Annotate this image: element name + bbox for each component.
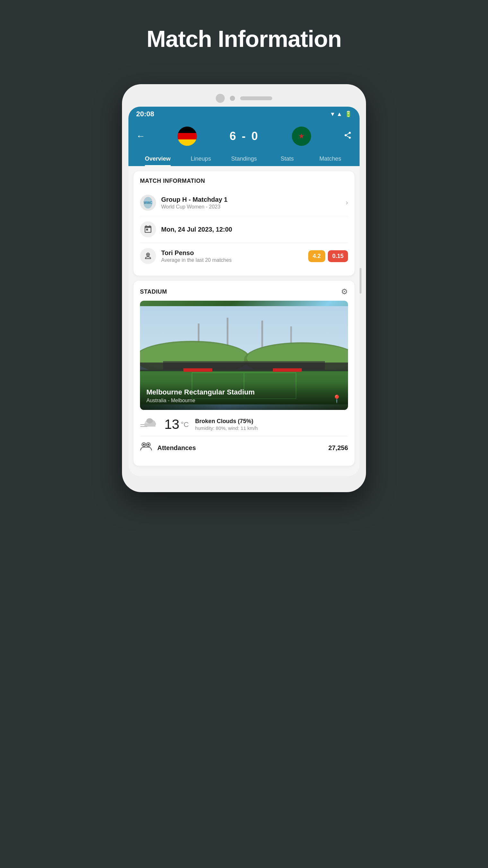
team-flag-morocco <box>292 127 311 146</box>
stadium-location: Australia - Melbourne <box>147 398 341 403</box>
stadium-name: Melbourne Rectangular Stadium <box>147 388 341 396</box>
temp-unit: °C <box>181 420 189 428</box>
svg-text:WWC: WWC <box>144 201 152 205</box>
referee-badges: 4.2 0.15 <box>308 250 348 262</box>
phone-screen: 20:08 ▾ ▲ 🔋 ← 6 - 0 <box>128 107 360 476</box>
wifi-icon: ▾ <box>331 111 334 118</box>
attendance-value: 27,256 <box>328 444 348 452</box>
attendance-label: Attendances <box>157 444 323 452</box>
status-bar: 20:08 ▾ ▲ 🔋 <box>128 107 360 121</box>
stadium-card: STADIUM ⚙ <box>134 281 354 466</box>
stadium-image: Melbourne Rectangular Stadium Australia … <box>140 301 348 410</box>
svg-point-27 <box>147 418 153 424</box>
phone-top-hardware <box>128 94 360 103</box>
sensor-dot <box>230 96 235 101</box>
svg-rect-18 <box>140 363 348 371</box>
speaker-bar <box>240 96 272 100</box>
page-title: Match Information <box>147 26 341 52</box>
weather-row: 13 °C Broken Clouds (75%) humidity: 80%,… <box>140 410 348 436</box>
badge-cards: 0.15 <box>328 250 348 262</box>
status-icons: ▾ ▲ 🔋 <box>331 111 352 118</box>
league-logo: WWC <box>140 195 156 211</box>
svg-point-31 <box>148 444 149 445</box>
svg-rect-20 <box>273 369 302 372</box>
tab-matches[interactable]: Matches <box>309 151 352 166</box>
app-header: ← 6 - 0 Overview Lineups <box>128 121 360 166</box>
referee-info: Tori Penso Average in the last 20 matche… <box>161 249 303 263</box>
weather-icon <box>140 415 158 433</box>
content-area: MATCH INFORMATION WWC Group H - Matchday… <box>128 166 360 476</box>
referee-row: Tori Penso Average in the last 20 matche… <box>140 243 348 269</box>
date-info: Mon, 24 Jul 2023, 12:00 <box>161 226 348 233</box>
phone-shell: 20:08 ▾ ▲ 🔋 ← 6 - 0 <box>122 84 366 492</box>
weather-description: Broken Clouds (75%) humidity: 80%, wind:… <box>195 418 348 431</box>
scrollbar[interactable] <box>360 268 361 293</box>
stadium-header: STADIUM ⚙ <box>140 287 348 296</box>
tab-bar: Overview Lineups Standings Stats Matches <box>136 151 352 166</box>
tab-stats[interactable]: Stats <box>265 151 308 166</box>
score-row: ← 6 - 0 <box>136 127 352 151</box>
arrow-icon: › <box>346 198 348 207</box>
attendance-row: Attendances 27,256 <box>140 436 348 459</box>
svg-rect-19 <box>183 369 212 372</box>
attendance-icon <box>140 441 152 454</box>
competition-row[interactable]: WWC Group H - Matchday 1 World Cup Women… <box>140 189 348 216</box>
competition-name: Group H - Matchday 1 <box>161 196 340 203</box>
team-flag-germany <box>177 127 197 146</box>
settings-icon[interactable]: ⚙ <box>341 287 348 296</box>
tab-lineups[interactable]: Lineups <box>179 151 222 166</box>
score-display: 6 - 0 <box>230 129 259 143</box>
referee-name: Tori Penso <box>161 249 303 257</box>
temperature-display: 13 °C <box>164 417 189 432</box>
back-button[interactable]: ← <box>136 131 145 141</box>
camera-dot <box>216 94 225 103</box>
referee-icon <box>140 248 156 264</box>
status-time: 20:08 <box>136 110 154 118</box>
svg-point-3 <box>148 254 149 255</box>
battery-icon: 🔋 <box>345 111 352 118</box>
referee-subtitle: Average in the last 20 matches <box>161 257 303 263</box>
match-info-title: MATCH INFORMATION <box>140 178 348 184</box>
match-info-card: MATCH INFORMATION WWC Group H - Matchday… <box>134 171 354 276</box>
competition-info: Group H - Matchday 1 World Cup Women - 2… <box>161 196 340 210</box>
date-row: Mon, 24 Jul 2023, 12:00 <box>140 216 348 243</box>
calendar-icon <box>140 221 156 238</box>
weather-main-text: Broken Clouds (75%) <box>195 418 348 425</box>
competition-subtitle: World Cup Women - 2023 <box>161 204 340 210</box>
tab-overview[interactable]: Overview <box>136 151 179 166</box>
date-text: Mon, 24 Jul 2023, 12:00 <box>161 226 348 233</box>
stadium-title: STADIUM <box>140 288 167 295</box>
weather-detail-text: humidity: 80%, wind: 11 km/h <box>195 425 348 431</box>
svg-point-30 <box>143 444 145 445</box>
temp-value: 13 <box>164 417 180 432</box>
signal-icon: ▲ <box>336 111 342 118</box>
tab-standings[interactable]: Standings <box>223 151 265 166</box>
stadium-overlay: Melbourne Rectangular Stadium Australia … <box>140 382 348 410</box>
location-pin-icon: 📍 <box>332 395 341 403</box>
badge-rating: 4.2 <box>308 250 325 262</box>
share-button[interactable] <box>344 131 352 142</box>
svg-rect-26 <box>144 424 155 427</box>
